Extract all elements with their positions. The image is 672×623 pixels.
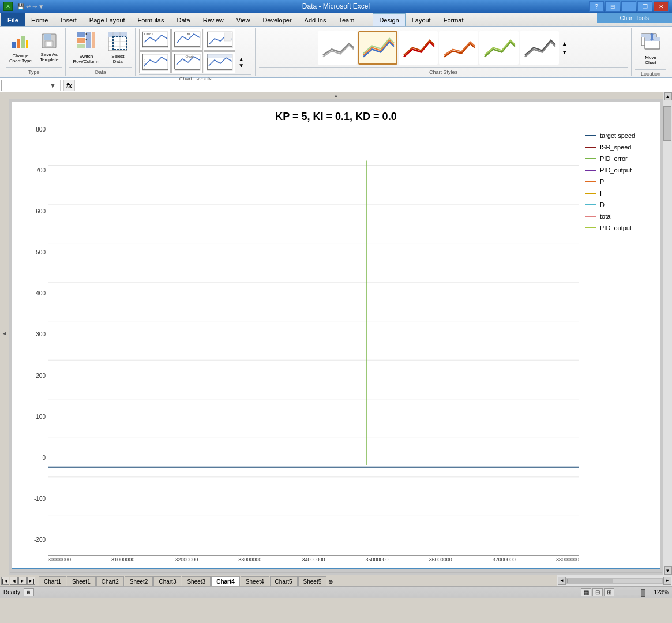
chart-layouts-scroll[interactable]: ▲ ▼: [236, 56, 246, 69]
legend-label-p: P: [600, 178, 604, 185]
sheet-tab-chart1[interactable]: Chart1: [39, 576, 66, 586]
chart-style-3-button[interactable]: [399, 31, 438, 65]
legend-label-total: total: [600, 213, 612, 220]
save-as-template-button[interactable]: Save As Template: [36, 31, 62, 65]
legend-p: P: [585, 178, 648, 185]
tab-file[interactable]: File: [1, 13, 25, 26]
add-sheet-button[interactable]: ⊕: [327, 577, 334, 586]
chart-layout-1-button[interactable]: Chart 1: [139, 29, 171, 51]
y-label-0: 0: [18, 455, 46, 461]
chart-container[interactable]: KP = 5, KI = 0.1, KD = 0.0 800 700 600 5…: [12, 102, 660, 569]
sheet-tab-sheet3[interactable]: Sheet3: [182, 576, 211, 586]
change-chart-type-button[interactable]: Change Chart Type: [6, 29, 35, 66]
scroll-thumb[interactable]: [663, 106, 671, 141]
svg-rect-45: [641, 34, 656, 37]
y-label-500: 500: [18, 249, 46, 256]
scroll-up-button[interactable]: ▲: [664, 92, 672, 100]
chart-styles-scroll[interactable]: ▲ ▼: [560, 40, 569, 55]
chart-style-5-button[interactable]: [479, 31, 519, 65]
sheet-tab-sheet4[interactable]: Sheet4: [241, 576, 269, 586]
switch-row-col-button[interactable]: Switch Row/Column: [69, 29, 103, 66]
zoom-slider[interactable]: [617, 590, 651, 595]
sheet-nav-last[interactable]: ►|: [27, 577, 35, 585]
sheet-content: ▲ KP = 5, KI = 0.1, KD = 0.0 800 700 600: [9, 92, 663, 575]
page-layout-view-button[interactable]: ⊟: [592, 588, 603, 596]
chart-layout-2-button[interactable]: Title: [171, 29, 203, 51]
app-window: X 💾 ↩ ↪ ▼ Data - Microsoft Excel ? ⊟ — ❐…: [0, 0, 672, 598]
sheet-tab-chart2[interactable]: Chart2: [96, 576, 124, 586]
y-axis-labels: 800 700 600 500 400 300 200 100 0 -100 -…: [18, 126, 48, 556]
chart-styles-buttons: ▲ ▼: [318, 29, 569, 66]
formula-input[interactable]: [76, 80, 671, 91]
zoom-control: 123%: [617, 589, 669, 595]
insert-function-button[interactable]: fx: [63, 80, 75, 91]
chart-layout-4-button[interactable]: [139, 51, 171, 73]
tab-formulas[interactable]: Formulas: [132, 13, 171, 26]
ribbon-toggle-button[interactable]: ⊟: [605, 1, 620, 12]
close-button[interactable]: ✕: [654, 1, 669, 12]
bottom-bar: |◄ ◄ ► ►| Chart1 Sheet1 Chart2 Sheet2 Ch…: [0, 575, 672, 586]
sheet-nav-first[interactable]: |◄: [1, 577, 9, 585]
tab-home[interactable]: Home: [25, 13, 54, 26]
sheet-tab-sheet5[interactable]: Sheet5: [298, 576, 327, 586]
minimize-button[interactable]: —: [621, 1, 636, 12]
sheet-tab-chart5[interactable]: Chart5: [270, 576, 298, 586]
tab-team[interactable]: Team: [332, 13, 361, 26]
col-header-area[interactable]: ▲: [9, 92, 663, 99]
tab-developer[interactable]: Developer: [256, 13, 298, 26]
row-header-area[interactable]: ◄: [0, 92, 9, 575]
vertical-scrollbar[interactable]: ▲ ▼: [663, 92, 672, 575]
sheet-nav-prev[interactable]: ◄: [10, 577, 18, 585]
chart-style-2-button[interactable]: [358, 31, 397, 65]
sheet-nav-next[interactable]: ►: [18, 577, 27, 585]
name-box[interactable]: [1, 80, 47, 91]
select-data-button[interactable]: Select Data: [104, 29, 132, 66]
scroll-left-button[interactable]: ◄: [558, 577, 566, 585]
chart-style-1-button[interactable]: [318, 31, 357, 65]
sheet-tab-sheet2[interactable]: Sheet2: [125, 576, 153, 586]
legend-label-i: I: [600, 190, 602, 197]
restore-button[interactable]: ❐: [637, 1, 652, 12]
tab-design[interactable]: Design: [373, 13, 405, 26]
legend-color-target-speed: [585, 135, 596, 136]
status-icon-button[interactable]: 🖥: [24, 588, 34, 596]
svg-rect-10: [77, 44, 85, 48]
chart-style-6-button[interactable]: [520, 31, 559, 65]
sheet-tab-sheet1[interactable]: Sheet1: [67, 576, 96, 586]
sheet-tab-chart4[interactable]: Chart4: [211, 576, 240, 586]
chart-layout-3-button[interactable]: [204, 29, 235, 51]
chart-layout-5-button[interactable]: __Chart__: [171, 51, 203, 73]
tab-layout[interactable]: Layout: [406, 13, 437, 26]
legend-isr-speed: ISR_speed: [585, 144, 648, 151]
chart-body: 800 700 600 500 400 300 200 100 0 -100 -…: [18, 126, 654, 556]
ribbon-group-chart-styles: ▲ ▼ Chart Styles: [256, 28, 632, 76]
save-as-template-label: Save As Template: [40, 52, 58, 62]
scroll-down-button[interactable]: ▼: [664, 566, 672, 575]
normal-view-button[interactable]: ▦: [581, 588, 591, 596]
tab-review[interactable]: Review: [197, 13, 230, 26]
sheet-tab-chart3[interactable]: Chart3: [153, 576, 181, 586]
x-axis-labels: 30000000 31000000 32000000 33000000 3400…: [48, 557, 579, 562]
tab-page-layout[interactable]: Page Layout: [83, 13, 132, 26]
y-label-700: 700: [18, 167, 46, 174]
dropdown-arrow[interactable]: ▼: [48, 82, 57, 89]
move-chart-label: Move Chart: [645, 55, 656, 65]
ribbon-group-chart-layouts: Chart 1 Title __Chart__: [136, 28, 256, 76]
tab-format[interactable]: Format: [437, 13, 470, 26]
bottom-collapse-bar[interactable]: [9, 571, 663, 575]
horizontal-scrollbar[interactable]: ◄ ►: [557, 575, 672, 586]
h-scroll-thumb[interactable]: [567, 579, 613, 583]
tab-addins[interactable]: Add-Ins: [298, 13, 333, 26]
help-button[interactable]: ?: [589, 1, 604, 12]
chart-layout-6-button[interactable]: [204, 51, 235, 73]
chart-title: KP = 5, KI = 0.1, KD = 0.0: [18, 111, 654, 123]
move-chart-button[interactable]: Move Chart: [635, 29, 666, 68]
chart-style-4-button[interactable]: [439, 31, 478, 65]
tab-insert[interactable]: Insert: [54, 13, 83, 26]
change-chart-type-label: Change Chart Type: [9, 53, 32, 63]
svg-rect-2: [21, 36, 25, 48]
page-break-view-button[interactable]: ⊞: [604, 588, 614, 596]
tab-view[interactable]: View: [230, 13, 257, 26]
tab-data[interactable]: Data: [170, 13, 196, 26]
scroll-right-button[interactable]: ►: [663, 577, 671, 585]
